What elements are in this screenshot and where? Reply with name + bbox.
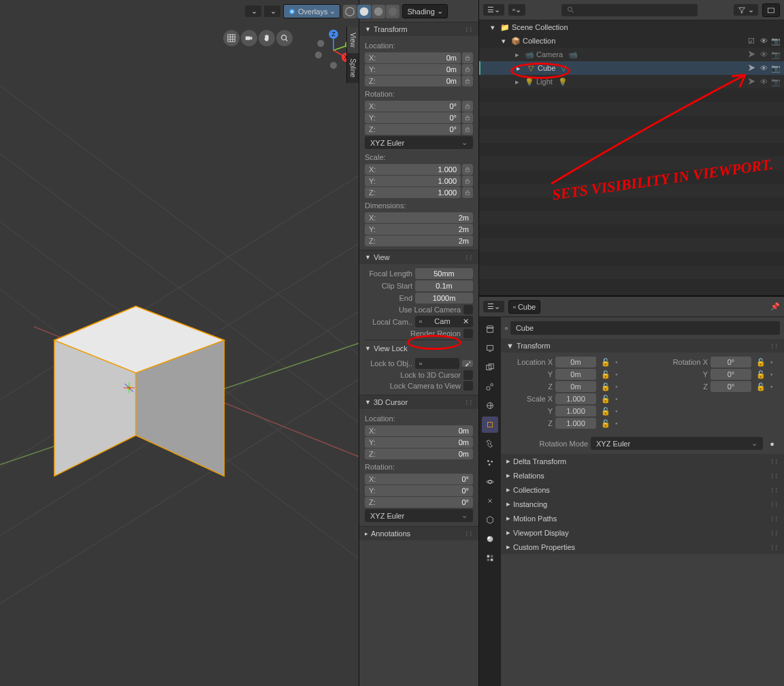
number-field[interactable]: X:0m bbox=[365, 52, 461, 63]
pin-icon[interactable]: 📌 bbox=[770, 302, 780, 311]
lock-icon[interactable] bbox=[462, 76, 473, 86]
collection-row[interactable]: ▾📦Collection☑👁📷 bbox=[479, 34, 784, 48]
lock-camera-view-checkbox[interactable] bbox=[463, 381, 473, 391]
lock-icon[interactable] bbox=[462, 52, 473, 63]
cube-row[interactable]: ▸▽Cube▽⮞👁📷 bbox=[479, 61, 784, 75]
shading-solid[interactable] bbox=[357, 5, 371, 18]
camera-icon[interactable]: 📷 bbox=[770, 64, 781, 73]
eye-icon[interactable]: 👁 bbox=[758, 64, 769, 73]
shading-dropdown[interactable]: Shading ⌄ bbox=[402, 4, 447, 18]
view-header[interactable]: ▼View⫶⫶ bbox=[359, 250, 478, 264]
outliner-search[interactable] bbox=[561, 4, 698, 16]
rotation-z-field[interactable]: 0° bbox=[710, 381, 751, 392]
location-x-field[interactable]: 0m bbox=[555, 357, 596, 368]
arrow-icon[interactable]: ⮞ bbox=[746, 50, 757, 59]
tab-material[interactable] bbox=[482, 531, 498, 547]
number-field[interactable]: Y:2m bbox=[365, 224, 473, 235]
new-collection-button[interactable] bbox=[762, 3, 780, 17]
tab-render[interactable] bbox=[482, 321, 498, 338]
section-header[interactable]: ▸Custom Properties⫶⫶ bbox=[501, 540, 784, 554]
number-field[interactable]: X:0m bbox=[365, 425, 473, 436]
tab-modifiers[interactable] bbox=[482, 436, 498, 452]
lock-object-field[interactable]: ▫ bbox=[415, 358, 459, 369]
tab-viewlayer[interactable] bbox=[482, 359, 498, 376]
number-field[interactable]: Z:0m bbox=[365, 448, 473, 459]
local-camera-field[interactable]: ▫Cam✕ bbox=[415, 316, 473, 327]
shading-rendered[interactable] bbox=[386, 5, 399, 18]
number-field[interactable]: Z:0m bbox=[365, 76, 461, 86]
section-header[interactable]: ▸Relations⫶⫶ bbox=[501, 468, 784, 483]
number-field[interactable]: Y:0m bbox=[365, 437, 473, 448]
exclude-toggle[interactable]: ☑ bbox=[746, 37, 757, 46]
props-transform-header[interactable]: ▼Transform⫶⫶ bbox=[501, 339, 784, 353]
number-field[interactable]: Y:1.000 bbox=[365, 176, 461, 186]
clip-end-field[interactable]: 1000m bbox=[415, 293, 473, 304]
section-header[interactable]: ▸Viewport Display⫶⫶ bbox=[501, 525, 784, 540]
cursor-header[interactable]: ▼3D Cursor⫶⫶ bbox=[359, 395, 478, 409]
section-header[interactable]: ▸Delta Transform⫶⫶ bbox=[501, 454, 784, 468]
lock-icon[interactable] bbox=[462, 124, 473, 135]
number-field[interactable]: Z:2m bbox=[365, 235, 473, 246]
light-row[interactable]: ▸💡Light💡⮞👁📷 bbox=[479, 75, 784, 88]
number-field[interactable]: X:2m bbox=[365, 212, 473, 223]
cursor-rotation-mode-dropdown[interactable]: XYZ Euler bbox=[365, 509, 473, 522]
tab-output[interactable] bbox=[482, 340, 498, 357]
lock-icon[interactable] bbox=[462, 187, 473, 198]
rotation-y-field[interactable]: 0° bbox=[710, 369, 751, 380]
tab-object[interactable] bbox=[482, 416, 498, 433]
location-z-field[interactable]: 0m bbox=[555, 381, 596, 392]
tab-constraints[interactable] bbox=[482, 493, 498, 509]
lock-cursor-checkbox[interactable] bbox=[463, 370, 473, 380]
shading-matpreview[interactable] bbox=[372, 5, 385, 18]
transform-header[interactable]: ▼Transform⫶⫶ bbox=[359, 22, 478, 36]
lock-icon[interactable] bbox=[462, 176, 473, 186]
viewport-3d[interactable]: ⌄ ⌄ Overlays ⌄ Shading ⌄ X Y Z bbox=[0, 0, 359, 686]
lock-icon[interactable] bbox=[462, 112, 473, 123]
lock-icon[interactable] bbox=[462, 64, 473, 75]
npanel-tab-view[interactable]: View bbox=[346, 27, 359, 53]
number-field[interactable]: Y:0° bbox=[365, 112, 461, 123]
lock-icon[interactable]: 🔓 bbox=[599, 358, 612, 367]
use-local-camera-checkbox[interactable] bbox=[463, 305, 473, 314]
number-field[interactable]: X:1.000 bbox=[365, 164, 461, 175]
section-header[interactable]: ▸Collections⫶⫶ bbox=[501, 483, 784, 497]
camera-icon[interactable]: 📷 bbox=[770, 50, 781, 59]
render-region-checkbox[interactable] bbox=[463, 329, 473, 338]
camera-icon[interactable]: 📷 bbox=[770, 78, 781, 86]
scale-x-field[interactable]: 1.000 bbox=[555, 393, 596, 404]
lock-icon[interactable] bbox=[462, 164, 473, 175]
tab-particles[interactable] bbox=[482, 455, 498, 471]
number-field[interactable]: X:0° bbox=[365, 474, 473, 485]
filter-dropdown[interactable]: ⌄ bbox=[734, 4, 758, 16]
tab-physics[interactable] bbox=[482, 474, 498, 490]
camera-icon[interactable]: 📷 bbox=[770, 37, 781, 46]
props-breadcrumb[interactable]: ▫ Cube bbox=[508, 300, 540, 314]
number-field[interactable]: Y:0° bbox=[365, 485, 473, 496]
lock-icon[interactable]: 🔓 bbox=[754, 358, 768, 367]
eye-icon[interactable]: 👁 bbox=[758, 50, 769, 59]
view-lock-header[interactable]: ▼View Lock bbox=[365, 340, 473, 357]
arrow-icon[interactable]: ⮞ bbox=[746, 64, 757, 73]
scale-y-field[interactable]: 1.000 bbox=[555, 406, 596, 416]
tab-world[interactable] bbox=[482, 397, 498, 414]
rotation-x-field[interactable]: 0° bbox=[710, 357, 751, 368]
eye-icon[interactable]: 👁 bbox=[758, 37, 769, 46]
rotation-mode-dropdown[interactable]: XYZ Euler bbox=[365, 136, 473, 149]
props-mode-dropdown[interactable]: ☰⌄ bbox=[483, 301, 504, 312]
clip-start-field[interactable]: 0.1m bbox=[415, 280, 473, 291]
arrow-icon[interactable]: ⮞ bbox=[746, 78, 757, 86]
number-field[interactable]: Z:1.000 bbox=[365, 187, 461, 198]
scene-collection-row[interactable]: ▾📁Scene Collection bbox=[479, 20, 784, 34]
props-rotation-mode-dropdown[interactable]: XYZ Euler bbox=[591, 437, 763, 450]
annotations-header[interactable]: ▸Annotations⫶⫶ bbox=[359, 526, 478, 540]
number-field[interactable]: Y:0m bbox=[365, 64, 461, 75]
lock-icon[interactable] bbox=[462, 101, 473, 112]
outliner-display-dropdown[interactable]: ▫⌄ bbox=[508, 4, 525, 16]
eyedropper-icon[interactable] bbox=[462, 360, 473, 367]
tab-data[interactable] bbox=[482, 512, 498, 528]
number-field[interactable]: Z:0° bbox=[365, 124, 461, 135]
viewport-scene[interactable] bbox=[0, 0, 359, 686]
number-field[interactable]: X:0° bbox=[365, 101, 461, 112]
object-name-field[interactable] bbox=[510, 321, 780, 335]
npanel-tab-spline[interactable]: Spline bbox=[346, 53, 359, 83]
